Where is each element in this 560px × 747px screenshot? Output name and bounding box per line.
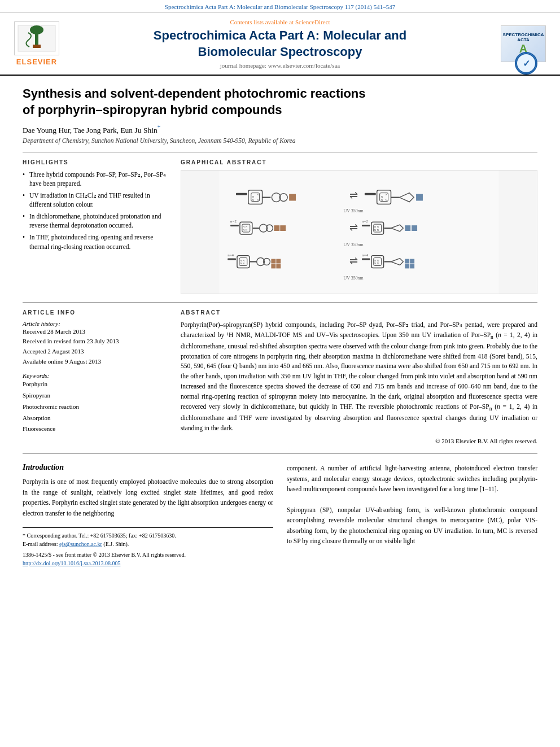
svg-rect-3 — [33, 45, 41, 48]
email-note: E-mail address: ejs@sunchon.ac.kr (E.J. … — [23, 540, 273, 548]
svg-rect-7 — [236, 193, 247, 195]
svg-rect-73 — [410, 264, 414, 268]
svg-text:UV 350nm: UV 350nm — [343, 276, 364, 281]
highlight-item: Three hybrid compounds Por–SP, Por–SP₂, … — [23, 170, 169, 188]
highlight-item: UV irradiation in CH₂Cl₂ and THF resulte… — [23, 191, 169, 209]
svg-text:N N: N N — [243, 225, 248, 228]
svg-rect-55 — [250, 261, 257, 262]
journal-header: ELSEVIER Contents lists available at Sci… — [0, 13, 560, 76]
graphical-abstract-section: GRAPHICAL ABSTRACT — [181, 159, 537, 294]
svg-text:N: N — [381, 198, 383, 201]
journal-reference-bar: Spectrochimica Acta Part A: Molecular an… — [0, 0, 560, 13]
keywords-label: Keywords: — [23, 372, 169, 379]
keyword-item: Porphyrin — [23, 379, 169, 390]
body-two-column: Introduction Porphyrin is one of most fr… — [23, 463, 537, 567]
svg-rect-38 — [280, 225, 286, 231]
svg-rect-17 — [289, 194, 296, 200]
intro-right-text: component. A number of artificial light-… — [287, 463, 537, 546]
svg-text:n=4: n=4 — [228, 252, 234, 256]
svg-text:N N: N N — [374, 225, 379, 228]
svg-text:n=2: n=2 — [362, 219, 368, 223]
svg-text:n=4: n=4 — [362, 252, 368, 256]
issn-text: 1386-1425/$ - see front matter © 2013 El… — [23, 552, 186, 558]
corresponding-text: * Corresponding author. Tel.: +82 617503… — [23, 532, 176, 539]
keyword-item: Absorption — [23, 413, 169, 424]
article-history: Article history: Received 28 March 2013 … — [23, 320, 169, 366]
svg-rect-48 — [412, 225, 417, 231]
abstract-label: ABSTRACT — [181, 309, 537, 316]
svg-rect-61 — [276, 264, 281, 268]
svg-text:N: N — [386, 198, 388, 201]
svg-rect-14 — [262, 196, 271, 198]
keyword-item: Photochromic reaction — [23, 401, 169, 413]
svg-text:N: N — [257, 193, 259, 195]
svg-rect-70 — [405, 259, 409, 263]
svg-text:✓: ✓ — [523, 59, 530, 68]
svg-rect-19 — [365, 193, 376, 195]
svg-text:UV 350nm: UV 350nm — [343, 208, 364, 213]
svg-text:UV 350nm: UV 350nm — [343, 242, 364, 247]
svg-point-2 — [30, 25, 43, 34]
science-direct-text[interactable]: ScienceDirect — [295, 19, 330, 25]
svg-text:N: N — [252, 195, 255, 198]
keywords-list: Porphyrin Spiropyran Photochromic reacti… — [23, 379, 169, 435]
graphical-abstract-label: GRAPHICAL ABSTRACT — [181, 159, 537, 165]
doi-link[interactable]: http://dx.doi.org/10.1016/j.saa.2013.08.… — [23, 560, 120, 566]
svg-text:n=2: n=2 — [230, 219, 237, 223]
corresponding-note: * Corresponding author. Tel.: +82 617503… — [23, 531, 273, 540]
abstract-copyright: © 2013 Elsevier B.V. All rights reserved… — [181, 438, 537, 444]
svg-rect-64 — [362, 258, 370, 260]
article-info-section: ARTICLE INFO Article history: Received 2… — [23, 309, 169, 445]
svg-rect-71 — [410, 259, 414, 263]
svg-rect-26 — [391, 196, 399, 198]
received-revised-date: Received in revised form 23 July 2013 — [23, 337, 169, 347]
svg-text:⇌: ⇌ — [349, 189, 358, 200]
article-title: Synthesis and solvent-dependent photochr… — [23, 86, 537, 118]
svg-rect-34 — [253, 228, 260, 229]
journal-homepage: journal homepage: www.elsevier.com/locat… — [71, 62, 489, 69]
journal-reference-text: Spectrochimica Acta Part A: Molecular an… — [165, 3, 395, 10]
elsevier-logo-image — [14, 21, 59, 55]
graphical-abstract-image: N N N N ⇌ — [181, 170, 537, 294]
journal-name: Spectrochimica Acta Part A: Molecular an… — [71, 28, 489, 60]
science-direct-link: Contents lists available at ScienceDirec… — [71, 19, 489, 25]
svg-text:N: N — [252, 198, 255, 201]
available-date: Available online 9 August 2013 — [23, 357, 169, 367]
accepted-date: Accepted 2 August 2013 — [23, 347, 169, 357]
author-names: Dae Young Hur, Tae Jong Park, Eun Ju Shi… — [23, 126, 158, 134]
keywords-section: Keywords: Porphyrin Spiropyran Photochro… — [23, 372, 169, 435]
footnote-block: * Corresponding author. Tel.: +82 617503… — [23, 527, 273, 567]
introduction-heading: Introduction — [23, 463, 273, 472]
svg-rect-60 — [271, 264, 275, 268]
svg-rect-41 — [362, 225, 370, 226]
email-link[interactable]: ejs@sunchon.ac.kr — [59, 541, 102, 547]
crossmark-icon: ✓ — [515, 52, 537, 75]
highlight-item: In dichloromethane, photoinduced protona… — [23, 212, 169, 230]
highlights-graphical-row: HIGHLIGHTS Three hybrid compounds Por–SP… — [23, 152, 537, 294]
keyword-item: Fluorescence — [23, 423, 169, 435]
body-right-column: component. A number of artificial light-… — [287, 463, 537, 567]
email-label: E-mail address: — [23, 541, 58, 547]
intro-left-text: Porphyrin is one of most frequently empl… — [23, 477, 273, 518]
keyword-item: Spiropyran — [23, 390, 169, 401]
svg-rect-58 — [271, 259, 275, 263]
svg-text:N N: N N — [240, 262, 245, 265]
svg-text:N N: N N — [374, 262, 379, 265]
svg-rect-59 — [276, 259, 281, 263]
svg-text:⇌: ⇌ — [349, 222, 358, 233]
svg-text:N N: N N — [374, 259, 379, 261]
received-date: Received 28 March 2013 — [23, 327, 169, 337]
issn-line: 1386-1425/$ - see front matter © 2013 El… — [23, 551, 273, 559]
svg-rect-37 — [274, 225, 279, 231]
article-container: ✓ Synthesis and solvent-dependent photoc… — [0, 76, 560, 579]
corresponding-author-marker: * — [158, 124, 161, 130]
svg-text:N N: N N — [243, 229, 248, 231]
email-person: (E.J. Shin). — [103, 541, 129, 547]
authors: Dae Young Hur, Tae Jong Park, Eun Ju Shi… — [23, 124, 537, 135]
affiliation: Department of Chemistry, Sunchon Nationa… — [23, 137, 537, 144]
svg-text:N: N — [386, 193, 388, 195]
section-divider — [23, 453, 537, 454]
crossmark-badge[interactable]: ✓ — [515, 52, 537, 75]
svg-text:N N: N N — [374, 229, 379, 231]
doi-line: http://dx.doi.org/10.1016/j.saa.2013.08.… — [23, 559, 273, 567]
